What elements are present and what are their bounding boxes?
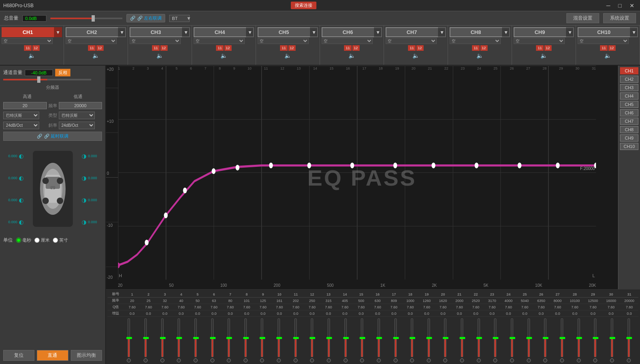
- eq-fader-handle-9[interactable]: [260, 337, 265, 339]
- eq-fader-track-11[interactable]: [294, 318, 297, 357]
- eq-fader-dot-3[interactable]: [160, 358, 164, 362]
- eq-fader-handle-20[interactable]: [443, 337, 448, 339]
- eq-fader-dot-28[interactable]: [577, 358, 581, 362]
- eq-fader-track-30[interactable]: [611, 318, 613, 357]
- eq-cell-header-4[interactable]: 4: [173, 291, 190, 298]
- eq-cell-gain-27[interactable]: 0.0: [549, 310, 566, 317]
- eq-fader-track-22[interactable]: [478, 318, 480, 357]
- eq-fader-handle-5[interactable]: [193, 337, 199, 339]
- ch-dropdown-ch4[interactable]: ▼: [246, 27, 254, 37]
- ch-button-ch5[interactable]: CH5: [258, 27, 318, 37]
- eq-fader-track-5[interactable]: [194, 318, 197, 357]
- system-settings-button[interactable]: 系统设置: [603, 13, 636, 23]
- ch-speaker-ch1[interactable]: 🔈: [28, 52, 35, 59]
- eq-cell-gain-2[interactable]: 0.0: [140, 310, 157, 317]
- eq-cell-header-29[interactable]: 29: [584, 291, 602, 298]
- eq-cell-gain-26[interactable]: 0.0: [533, 310, 550, 317]
- eq-fader-track-8[interactable]: [244, 318, 247, 357]
- ch-source-select-ch7[interactable]: 空: [386, 38, 437, 44]
- eq-fader-track-17[interactable]: [394, 318, 397, 357]
- eq-cell-gain-13[interactable]: 0.0: [320, 310, 337, 317]
- speaker-fr-icon[interactable]: ◑: [82, 153, 86, 159]
- ch-right-btn-ch6[interactable]: CH6: [620, 109, 638, 116]
- low-slope-select[interactable]: 24dB/Oct 12dB/Oct 6dB/Oct: [59, 122, 95, 129]
- eq-cell-header-8[interactable]: 8: [238, 291, 255, 298]
- speaker-fl-icon[interactable]: ◐: [19, 153, 24, 159]
- eq-cell-header-17[interactable]: 17: [386, 291, 402, 298]
- eq-cell-header-5[interactable]: 5: [190, 291, 206, 298]
- eq-cell-gain-4[interactable]: 0.0: [173, 310, 190, 317]
- eq-cell-freq-17[interactable]: 809: [386, 298, 402, 304]
- eq-cell-gain-7[interactable]: 0.0: [222, 310, 238, 317]
- eq-cell-q-9[interactable]: 7.60: [255, 304, 271, 310]
- ch-button-ch2[interactable]: CH2: [66, 27, 126, 37]
- eq-cell-gain-20[interactable]: 0.0: [435, 310, 451, 317]
- eq-cell-q-3[interactable]: 7.60: [157, 304, 173, 310]
- eq-cell-q-18[interactable]: 7.60: [402, 304, 418, 310]
- eq-cell-q-20[interactable]: 7.60: [435, 304, 451, 310]
- eq-fader-handle-2[interactable]: [143, 337, 149, 339]
- ch-button-ch4[interactable]: CH4: [194, 27, 254, 37]
- eq-fader-dot-25[interactable]: [527, 358, 531, 362]
- eq-cell-freq-13[interactable]: 315: [320, 298, 337, 304]
- eq-cell-header-12[interactable]: 12: [304, 291, 320, 298]
- ch-source-select-ch2[interactable]: 空: [66, 38, 117, 44]
- eq-fader-track-7[interactable]: [228, 318, 230, 357]
- eq-fader-handle-26[interactable]: [543, 337, 548, 339]
- eq-fader-dot-24[interactable]: [510, 358, 514, 362]
- eq-fader-track-25[interactable]: [528, 318, 530, 357]
- eq-cell-q-15[interactable]: 7.60: [353, 304, 370, 310]
- eq-cell-gain-23[interactable]: 0.0: [484, 310, 500, 317]
- eq-cell-q-30[interactable]: 7.60: [602, 304, 620, 310]
- eq-fader-dot-17[interactable]: [394, 358, 398, 362]
- eq-cell-freq-22[interactable]: 2520: [468, 298, 484, 304]
- ch-dropdown-ch6[interactable]: ▼: [374, 27, 382, 37]
- unit-ms-label[interactable]: 毫秒: [16, 237, 31, 243]
- eq-cell-gain-3[interactable]: 0.0: [157, 310, 173, 317]
- eq-fader-handle-19[interactable]: [426, 337, 432, 339]
- eq-cell-freq-9[interactable]: 125: [255, 298, 271, 304]
- eq-cell-header-18[interactable]: 18: [402, 291, 418, 298]
- eq-cell-gain-9[interactable]: 0.0: [255, 310, 271, 317]
- eq-cell-q-14[interactable]: 7.60: [337, 304, 353, 310]
- eq-cell-q-12[interactable]: 7.60: [304, 304, 320, 310]
- speaker-ml-icon[interactable]: ◐: [19, 175, 24, 181]
- eq-fader-track-29[interactable]: [594, 318, 596, 357]
- eq-cell-q-31[interactable]: 7.60: [620, 304, 638, 310]
- eq-cell-freq-1[interactable]: 20: [124, 298, 140, 304]
- eq-cell-header-15[interactable]: 15: [353, 291, 370, 298]
- eq-cell-gain-10[interactable]: 0.0: [271, 310, 288, 317]
- eq-cell-freq-15[interactable]: 500: [353, 298, 370, 304]
- eq-fader-handle-30[interactable]: [610, 337, 615, 339]
- eq-cell-q-8[interactable]: 7.60: [238, 304, 255, 310]
- eq-fader-handle-28[interactable]: [576, 337, 582, 339]
- eq-fader-dot-11[interactable]: [294, 358, 298, 362]
- ch-speaker-ch8[interactable]: 🔈: [476, 52, 483, 59]
- eq-fader-handle-4[interactable]: [176, 337, 182, 339]
- ch-button-ch10[interactable]: CH10: [578, 27, 638, 37]
- eq-fader-dot-12[interactable]: [310, 358, 314, 362]
- eq-fader-dot-6[interactable]: [210, 358, 214, 362]
- eq-fader-dot-13[interactable]: [327, 358, 331, 362]
- ch-right-btn-ch1[interactable]: CH1: [620, 67, 638, 74]
- eq-fader-track-21[interactable]: [461, 318, 463, 357]
- eq-cell-q-4[interactable]: 7.60: [173, 304, 190, 310]
- eq-fader-track-23[interactable]: [494, 318, 496, 357]
- eq-fader-handle-7[interactable]: [226, 337, 232, 339]
- eq-cell-freq-28[interactable]: 10100: [566, 298, 584, 304]
- eq-cell-q-29[interactable]: 7.60: [584, 304, 602, 310]
- eq-cell-header-9[interactable]: 9: [255, 291, 271, 298]
- ch-button-ch7[interactable]: CH7: [386, 27, 446, 37]
- eq-fader-handle-31[interactable]: [626, 337, 632, 339]
- eq-cell-header-2[interactable]: 2: [140, 291, 157, 298]
- eq-fader-handle-6[interactable]: [210, 337, 216, 339]
- eq-fader-track-4[interactable]: [178, 318, 180, 357]
- ch-button-ch1[interactable]: CH1: [2, 27, 62, 37]
- eq-fader-dot-14[interactable]: [344, 358, 348, 362]
- eq-fader-track-18[interactable]: [411, 318, 413, 357]
- eq-fader-track-20[interactable]: [444, 318, 446, 357]
- eq-fader-handle-29[interactable]: [593, 337, 598, 339]
- ch-right-btn-ch8[interactable]: CH8: [620, 126, 638, 133]
- eq-cell-header-22[interactable]: 22: [468, 291, 484, 298]
- eq-cell-q-25[interactable]: 7.60: [517, 304, 533, 310]
